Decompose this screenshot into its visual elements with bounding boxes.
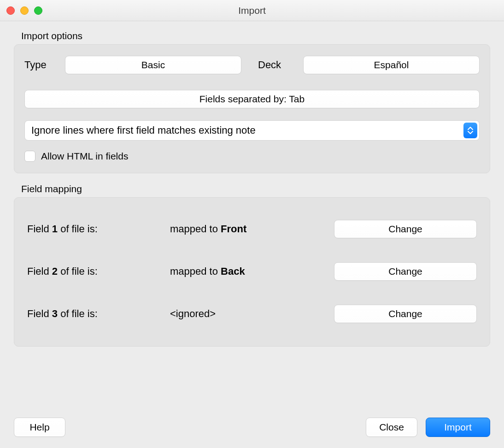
field-mapping-row: Field 2 of file is: mapped to Back Chang… bbox=[27, 262, 477, 281]
dialog-footer: Help Close Import bbox=[0, 418, 504, 448]
change-mapping-button[interactable]: Change bbox=[334, 220, 477, 238]
content-area: Import options Type Basic Deck Español F… bbox=[0, 21, 504, 356]
import-behavior-select[interactable]: Ignore lines where first field matches e… bbox=[24, 120, 480, 141]
button-label: Change bbox=[388, 224, 422, 235]
window-title: Import bbox=[0, 5, 504, 16]
footer-right: Close Import bbox=[366, 418, 490, 437]
close-window-icon[interactable] bbox=[6, 6, 15, 15]
field-number: 1 bbox=[52, 223, 58, 235]
text: of file is: bbox=[58, 223, 98, 235]
text: Field bbox=[27, 265, 52, 277]
text: mapped to bbox=[170, 223, 221, 235]
import-options-group: Type Basic Deck Español Fields separated… bbox=[14, 44, 490, 173]
fields-separator-button[interactable]: Fields separated by: Tab bbox=[24, 90, 480, 108]
button-label: Help bbox=[29, 422, 49, 433]
button-label: Change bbox=[388, 266, 422, 277]
field-mapping-left: Field 2 of file is: bbox=[27, 265, 170, 277]
type-value: Basic bbox=[141, 59, 165, 71]
import-button[interactable]: Import bbox=[426, 418, 490, 437]
text: Field bbox=[27, 308, 52, 319]
field-mapping-group: Field 1 of file is: mapped to Front Chan… bbox=[14, 197, 490, 347]
field-mapping-target: mapped to Back bbox=[170, 265, 334, 277]
text: mapped to bbox=[170, 265, 221, 277]
text: of file is: bbox=[58, 265, 98, 277]
text: <ignored> bbox=[170, 308, 216, 319]
button-label: Close bbox=[379, 422, 404, 433]
button-label: Import bbox=[444, 422, 472, 433]
mapped-field: Back bbox=[221, 265, 245, 277]
type-selector-button[interactable]: Basic bbox=[65, 56, 241, 74]
deck-value: Español bbox=[374, 59, 409, 71]
type-label: Type bbox=[24, 59, 57, 71]
allow-html-label: Allow HTML in fields bbox=[41, 151, 128, 162]
field-number: 3 bbox=[52, 308, 58, 319]
field-number: 2 bbox=[52, 265, 58, 277]
text: Field bbox=[27, 223, 52, 235]
field-mapping-row: Field 1 of file is: mapped to Front Chan… bbox=[27, 220, 477, 238]
change-mapping-button[interactable]: Change bbox=[334, 262, 477, 281]
field-mapping-left: Field 1 of file is: bbox=[27, 223, 170, 235]
field-mapping-target: mapped to Front bbox=[170, 223, 334, 235]
import-behavior-value: Ignore lines where first field matches e… bbox=[31, 124, 256, 136]
help-button[interactable]: Help bbox=[14, 418, 65, 437]
type-deck-row: Type Basic Deck Español bbox=[24, 56, 480, 74]
text: of file is: bbox=[58, 308, 98, 319]
import-options-label: Import options bbox=[21, 30, 487, 41]
field-mapping-left: Field 3 of file is: bbox=[27, 308, 170, 320]
change-mapping-button[interactable]: Change bbox=[334, 305, 477, 323]
dropdown-caret-icon bbox=[463, 123, 477, 138]
button-label: Change bbox=[388, 308, 422, 319]
field-mapping-label: Field mapping bbox=[21, 183, 487, 195]
minimize-window-icon[interactable] bbox=[20, 6, 29, 15]
mapped-field: Front bbox=[221, 223, 246, 235]
field-mapping-row: Field 3 of file is: <ignored> Change bbox=[27, 305, 477, 323]
deck-label: Deck bbox=[258, 59, 295, 71]
allow-html-row: Allow HTML in fields bbox=[24, 151, 480, 162]
field-mapping-target: <ignored> bbox=[170, 308, 334, 320]
window-controls bbox=[6, 6, 42, 15]
allow-html-checkbox[interactable] bbox=[24, 151, 35, 162]
zoom-window-icon[interactable] bbox=[34, 6, 42, 15]
deck-selector-button[interactable]: Español bbox=[303, 56, 480, 74]
close-button[interactable]: Close bbox=[366, 418, 417, 437]
fields-separator-value: Fields separated by: Tab bbox=[199, 94, 305, 105]
titlebar: Import bbox=[0, 0, 504, 21]
